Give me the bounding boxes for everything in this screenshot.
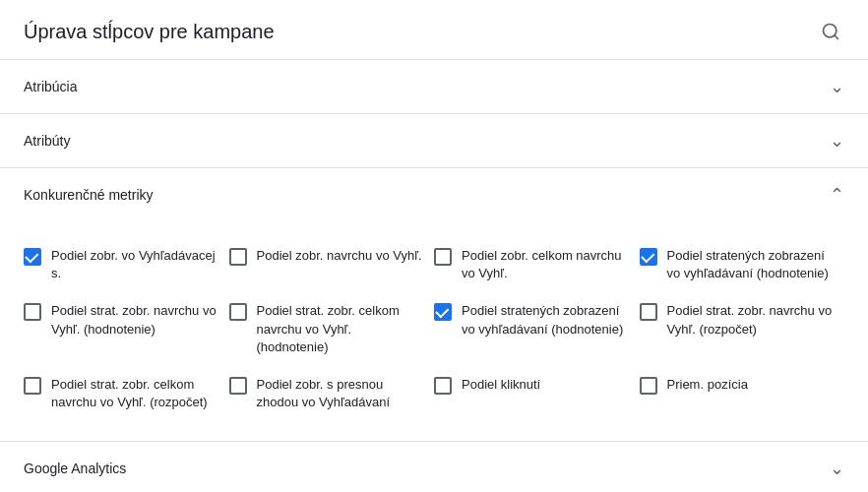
checkbox-m2[interactable] [229, 248, 247, 266]
checkbox-m1[interactable] [24, 248, 41, 266]
list-item: Podiel stratených zobrazení vo vyhľadáva… [434, 292, 640, 366]
section-atribucia-header[interactable]: Atribúcia ⌄ [0, 60, 868, 113]
metric-label: Podiel zobr. vo Vyhľadávacej s. [51, 247, 217, 282]
checkbox-m3[interactable] [434, 248, 452, 266]
checkbox-m11[interactable] [434, 377, 452, 395]
checkbox-m8[interactable] [640, 303, 657, 321]
search-button[interactable] [817, 18, 844, 45]
checkbox-m6[interactable] [229, 303, 247, 321]
checkbox-m10[interactable] [229, 377, 247, 395]
section-google-analytics-header[interactable]: Google Analytics ⌄ [0, 442, 868, 492]
chevron-up-icon: ⌃ [830, 184, 844, 206]
list-item: Podiel kliknutí [434, 366, 640, 421]
list-item: Podiel strat. zobr. celkom navrchu vo Vy… [229, 292, 435, 366]
section-atribucia-title: Atribúcia [24, 79, 77, 94]
metric-label: Podiel stratených zobrazení vo vyhľadáva… [667, 247, 834, 282]
svg-line-1 [835, 35, 838, 39]
chevron-down-icon: ⌄ [830, 130, 844, 152]
section-konkurencne-metriky-content: Podiel zobr. vo Vyhľadávacej s.Podiel zo… [0, 221, 868, 441]
metric-label: Podiel strat. zobr. celkom navrchu vo Vy… [257, 302, 423, 356]
dialog-container: Úprava stĺpcov pre kampane Atribúcia ⌄ A… [0, 0, 868, 492]
checkbox-m5[interactable] [24, 303, 41, 321]
list-item: Podiel zobr. navrchu vo Vyhľ. [229, 237, 435, 292]
checkbox-m12[interactable] [640, 377, 657, 395]
section-atributy-title: Atribúty [24, 133, 70, 149]
list-item: Podiel strat. zobr. navrchu vo Vyhľ. (ro… [640, 292, 845, 366]
section-konkurencne-metriky: Konkurenčné metriky ⌃ Podiel zobr. vo Vy… [0, 168, 868, 442]
metric-label: Podiel zobr. navrchu vo Vyhľ. [257, 247, 422, 265]
metric-label: Priem. pozícia [667, 376, 748, 394]
metric-label: Podiel strat. zobr. navrchu vo Vyhľ. (ro… [667, 302, 834, 338]
section-atributy-header[interactable]: Atribúty ⌄ [0, 114, 868, 167]
section-konkurencne-metriky-title: Konkurenčné metriky [24, 187, 154, 203]
metric-label: Podiel kliknutí [462, 376, 540, 394]
metrics-grid: Podiel zobr. vo Vyhľadávacej s.Podiel zo… [24, 237, 844, 421]
section-konkurencne-metriky-header[interactable]: Konkurenčné metriky ⌃ [0, 168, 868, 221]
checkbox-m9[interactable] [24, 377, 41, 395]
section-atributy: Atribúty ⌄ [0, 114, 868, 168]
chevron-down-icon: ⌄ [830, 458, 844, 479]
section-google-analytics: Google Analytics ⌄ [0, 442, 868, 492]
metric-label: Podiel stratených zobrazení vo vyhľadáva… [462, 302, 628, 338]
metric-label: Podiel strat. zobr. navrchu vo Vyhľ. (ho… [51, 302, 217, 338]
search-icon [821, 22, 840, 41]
list-item: Podiel strat. zobr. navrchu vo Vyhľ. (ho… [24, 292, 229, 366]
list-item: Podiel zobr. s presnou zhodou vo Vyhľadá… [229, 366, 435, 421]
metric-label: Podiel zobr. s presnou zhodou vo Vyhľadá… [257, 376, 423, 411]
chevron-down-icon: ⌄ [830, 76, 844, 97]
section-google-analytics-title: Google Analytics [24, 461, 126, 476]
list-item: Podiel zobr. celkom navrchu vo Vyhľ. [434, 237, 640, 292]
section-atribucia: Atribúcia ⌄ [0, 60, 868, 114]
list-item: Podiel strat. zobr. celkom navrchu vo Vy… [24, 366, 229, 421]
list-item: Priem. pozícia [640, 366, 845, 421]
metric-label: Podiel zobr. celkom navrchu vo Vyhľ. [462, 247, 628, 282]
dialog-header: Úprava stĺpcov pre kampane [0, 0, 868, 60]
metric-label: Podiel strat. zobr. celkom navrchu vo Vy… [51, 376, 217, 411]
checkbox-m7[interactable] [434, 303, 452, 321]
list-item: Podiel stratených zobrazení vo vyhľadáva… [640, 237, 845, 292]
page-title: Úprava stĺpcov pre kampane [24, 21, 275, 43]
list-item: Podiel zobr. vo Vyhľadávacej s. [24, 237, 229, 292]
checkbox-m4[interactable] [640, 248, 657, 266]
